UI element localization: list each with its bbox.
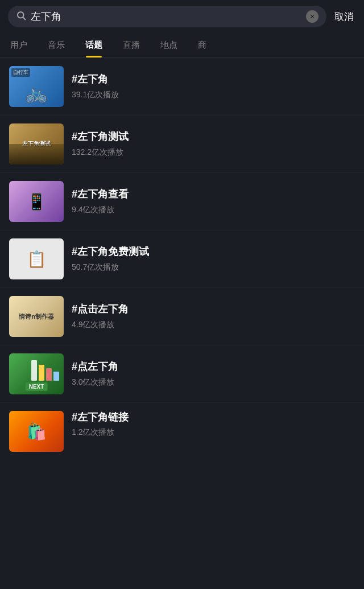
- thumbnail: [9, 123, 64, 164]
- result-info: #左下角免费测试 50.7亿次播放: [72, 245, 355, 272]
- result-info: #左下角测试 132.2亿次播放: [72, 130, 355, 157]
- result-title: #左下角: [72, 73, 355, 86]
- result-info: #左下角链接 1.2亿次播放: [72, 411, 355, 438]
- result-info: #点左下角 3.0亿次播放: [72, 360, 355, 387]
- result-title: #左下角免费测试: [72, 245, 355, 258]
- search-bar: × 取消: [0, 0, 364, 33]
- tab-live[interactable]: 直播: [113, 33, 150, 57]
- list-item[interactable]: #左下角链接 1.2亿次播放: [0, 403, 364, 460]
- tab-user[interactable]: 用户: [0, 33, 38, 57]
- tab-bar: 用户 音乐 话题 直播 地点 商: [0, 33, 364, 58]
- tab-more[interactable]: 商: [188, 33, 217, 57]
- list-item[interactable]: #左下角 39.1亿次播放: [0, 58, 364, 116]
- result-title: #左下角测试: [72, 130, 355, 143]
- search-input-wrapper: ×: [8, 6, 326, 27]
- result-subtitle: 50.7亿次播放: [72, 262, 355, 273]
- list-item[interactable]: #左下角测试 132.2亿次播放: [0, 116, 364, 173]
- list-item[interactable]: #点左下角 3.0亿次播放: [0, 345, 364, 403]
- result-subtitle: 9.4亿次播放: [72, 205, 355, 215]
- thumbnail: [9, 181, 64, 222]
- svg-line-1: [23, 17, 25, 19]
- list-item[interactable]: #点击左下角 4.9亿次播放: [0, 288, 364, 345]
- result-title: #左下角查看: [72, 188, 355, 201]
- search-input[interactable]: [31, 11, 301, 23]
- result-subtitle: 132.2亿次播放: [72, 147, 355, 158]
- thumbnail: [9, 411, 64, 452]
- search-icon: [16, 10, 26, 23]
- clear-button[interactable]: ×: [306, 10, 318, 23]
- thumbnail: [9, 353, 64, 394]
- cancel-button[interactable]: 取消: [332, 10, 356, 23]
- result-title: #点左下角: [72, 360, 355, 373]
- list-item[interactable]: #左下角免费测试 50.7亿次播放: [0, 230, 364, 288]
- result-info: #左下角查看 9.4亿次播放: [72, 188, 355, 215]
- tab-music[interactable]: 音乐: [38, 33, 75, 57]
- tab-place[interactable]: 地点: [150, 33, 188, 57]
- result-subtitle: 4.9亿次播放: [72, 320, 355, 330]
- thumbnail: [9, 66, 64, 107]
- result-subtitle: 1.2亿次播放: [72, 427, 355, 438]
- tab-topic[interactable]: 话题: [75, 33, 113, 57]
- result-title: #左下角链接: [72, 411, 355, 424]
- thumbnail: [9, 296, 64, 337]
- thumbnail: [9, 238, 64, 279]
- result-title: #点击左下角: [72, 303, 355, 316]
- result-info: #左下角 39.1亿次播放: [72, 73, 355, 100]
- results-list: #左下角 39.1亿次播放 #左下角测试 132.2亿次播放 #左下角查看 9.…: [0, 58, 364, 460]
- list-item[interactable]: #左下角查看 9.4亿次播放: [0, 173, 364, 230]
- result-subtitle: 39.1亿次播放: [72, 90, 355, 100]
- result-info: #点击左下角 4.9亿次播放: [72, 303, 355, 329]
- result-subtitle: 3.0亿次播放: [72, 377, 355, 388]
